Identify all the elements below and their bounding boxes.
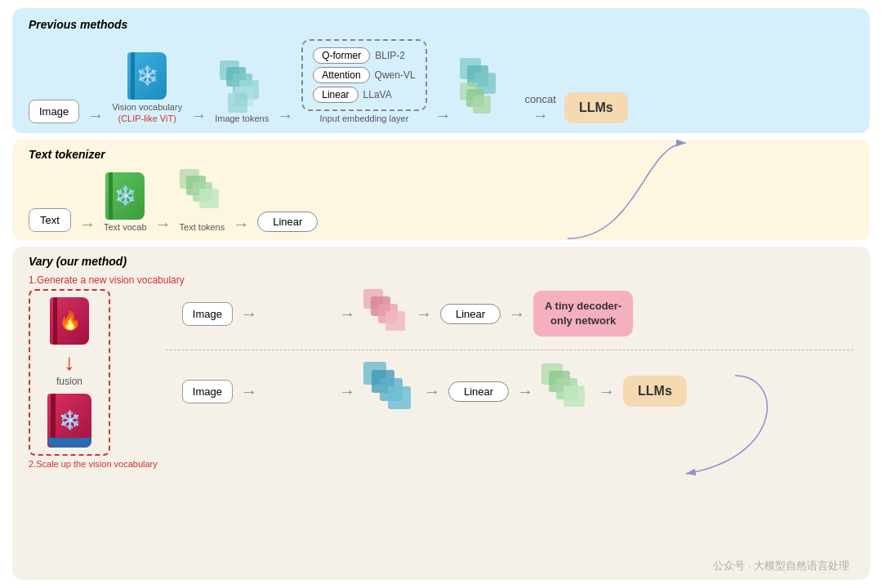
embedding-label: Input embedding layer — [319, 114, 408, 123]
section-text-tokenizer: Text tokenizer Text → ❄️ Text vocab → — [12, 140, 870, 240]
text-box: Text — [29, 208, 71, 232]
embedding-layer-box: Q-former BLIP-2 Attention Qwen-VL Linear… — [301, 39, 426, 111]
vary-arrow7: → — [424, 383, 440, 399]
fusion-label: fusion — [56, 376, 82, 387]
image-tokens-label: Image tokens — [215, 114, 269, 123]
vary-row2: Image → → → Linear — [166, 362, 853, 421]
llava-label: LLaVA — [363, 89, 392, 100]
vary-image-box2: Image — [182, 380, 233, 403]
llms-box: LLMs — [564, 92, 628, 123]
arrow1: → — [87, 107, 104, 123]
qwenvl-label: Qwen-VL — [375, 69, 416, 81]
vary-linear-pill1: Linear — [440, 304, 501, 324]
divider — [166, 350, 853, 350]
text-tokens-label: Text tokens — [180, 222, 225, 232]
vary-arrow5: → — [241, 383, 257, 399]
vary-image-box1: Image — [182, 302, 233, 326]
prev-methods-title: Previous methods — [29, 18, 853, 31]
linear-pill-llava: Linear — [313, 87, 358, 103]
vary-llms-box: LLMs — [623, 376, 687, 407]
vary-arrow3: → — [416, 305, 432, 322]
fused-book: ❄️ — [47, 394, 91, 448]
concat-label: concat — [525, 93, 556, 105]
vary-arrow1: → — [241, 305, 257, 322]
section-vary: Vary (our method) 1.Generate a new visio… — [12, 247, 870, 580]
text-linear-pill: Linear — [257, 212, 318, 232]
attention-pill: Attention — [313, 67, 369, 83]
arrow5: → — [532, 107, 549, 123]
arrow4: → — [435, 107, 452, 123]
text-arrow2: → — [155, 216, 172, 232]
section-previous-methods: Previous methods Image → ❄️ Vision vocab… — [12, 8, 870, 133]
blip2-label: BLIP-2 — [375, 50, 405, 61]
snowflake-icon-green: ❄️ — [114, 185, 136, 207]
text-tokenizer-title: Text tokenizer — [29, 148, 853, 161]
fire-book: 🔥 — [50, 297, 89, 345]
down-arrow-icon: ↓ — [64, 351, 75, 374]
fusion-area: ↓ fusion — [56, 351, 82, 387]
snowflake-icon: ❄️ — [136, 65, 158, 87]
vary-teal-tokens — [363, 362, 416, 421]
arrow2: → — [190, 107, 207, 123]
text-tokens — [180, 169, 224, 220]
text-vocab-label: Text vocab — [104, 222, 147, 232]
decoder-box: A tiny decoder- only network — [533, 291, 633, 336]
qformer-pill: Q-former — [313, 47, 370, 64]
image-tokens — [220, 60, 264, 111]
arrow3: → — [277, 107, 293, 123]
vision-vocab-sub: (CLIP-like ViT) — [118, 114, 176, 123]
vary-arrow8: → — [517, 383, 533, 399]
step2-label: 2.Scale up the vision vocabulary — [29, 459, 158, 469]
text-arrow1: → — [79, 216, 96, 232]
step1-label: 1.Generate a new vision vocabulary — [29, 274, 208, 286]
text-vocab-book: ❄️ — [105, 172, 145, 220]
vary-linear-pill2: Linear — [448, 381, 509, 402]
vary-arrow4: → — [509, 305, 525, 322]
prev-image-box: Image — [29, 100, 79, 123]
vary-title: Vary (our method) — [29, 255, 853, 268]
vary-output-tokens — [541, 363, 590, 419]
dashed-red-box: 🔥 ↓ fusion ❄️ — [29, 289, 110, 456]
vary-pink-tokens — [363, 289, 408, 338]
snowflake-icon-red: ❄️ — [59, 410, 81, 431]
vision-vocab-book: ❄️ — [127, 52, 167, 100]
vary-arrow9: → — [599, 383, 615, 399]
watermark: 公众号 · 大模型自然语言处理 — [713, 559, 849, 573]
vary-row1: Image → → → Linear — [166, 289, 853, 338]
vision-vocab-label: Vision vocabulary — [112, 102, 182, 112]
vary-arrow2: → — [339, 305, 355, 322]
text-arrow3: → — [233, 216, 249, 232]
output-tokens — [460, 58, 517, 123]
vary-arrow6: → — [339, 383, 355, 399]
